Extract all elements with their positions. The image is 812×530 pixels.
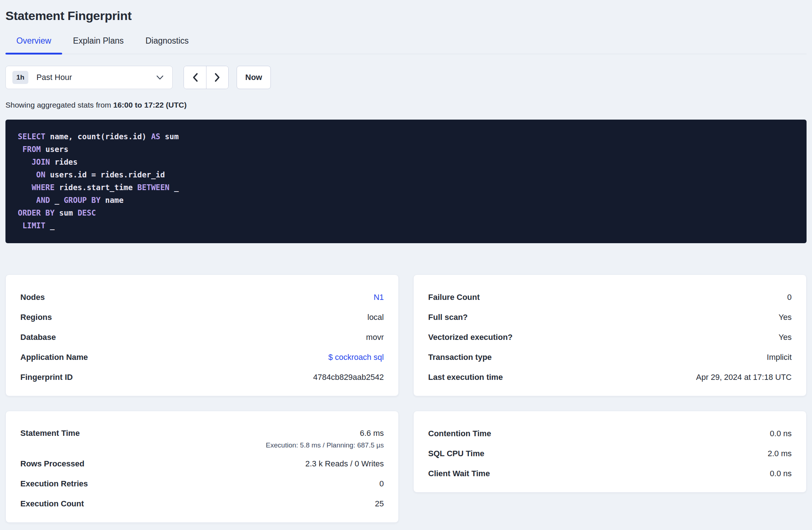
row-value-wrap: Apr 29, 2024 at 17:18 UTC: [696, 372, 792, 383]
sql-line: AND _ GROUP BY name: [18, 194, 794, 207]
tab-bar: OverviewExplain PlansDiagnostics: [5, 36, 807, 54]
page-title: Statement Fingerprint: [5, 9, 807, 23]
sql-line: FROM users: [18, 143, 794, 156]
row-value-wrap: 2.0 ms: [768, 448, 792, 459]
row-label: Contention Time: [428, 428, 491, 439]
row-value-wrap: $ cockroach sql: [328, 352, 384, 363]
chevron-down-icon: [156, 75, 164, 80]
sql-line: ORDER BY sum DESC: [18, 207, 794, 220]
row-value: 0: [787, 292, 792, 303]
card-row: Statement Time6.6 msExecution: 5.8 ms / …: [20, 423, 384, 454]
statement-details-card: NodesN1RegionslocalDatabasemovrApplicati…: [5, 274, 399, 396]
row-value-link[interactable]: N1: [374, 292, 384, 303]
row-label: Transaction type: [428, 352, 492, 363]
row-value: 4784cb829aab2542: [313, 372, 384, 383]
now-button[interactable]: Now: [237, 66, 271, 89]
row-value: Yes: [779, 312, 792, 323]
row-label: Client Wait Time: [428, 468, 490, 479]
stats-summary-prefix: Showing aggregated stats from: [5, 101, 111, 109]
card-row: Regionslocal: [20, 307, 384, 327]
sql-line: SELECT name, count(rides.id) AS sum: [18, 131, 794, 143]
chevron-right-icon: [214, 73, 220, 82]
card-row: Client Wait Time0.0 ns: [428, 463, 792, 483]
row-value: 0: [379, 478, 384, 489]
execution-attributes-card: Failure Count0Full scan?YesVectorized ex…: [413, 274, 807, 396]
row-value: 0.0 ns: [770, 468, 792, 479]
tab-diagnostics[interactable]: Diagnostics: [134, 36, 200, 54]
timing-cards-row: Statement Time6.6 msExecution: 5.8 ms / …: [5, 411, 807, 523]
tab-overview[interactable]: Overview: [5, 36, 62, 54]
row-label: Vectorized execution?: [428, 332, 512, 343]
row-label: Failure Count: [428, 292, 480, 303]
row-subvalue: Execution: 5.8 ms / Planning: 687.5 µs: [266, 441, 384, 450]
card-row: NodesN1: [20, 287, 384, 307]
sql-line: JOIN rides: [18, 156, 794, 169]
row-value-wrap: Yes: [779, 312, 792, 323]
row-label: Application Name: [20, 352, 88, 363]
card-row: Application Name$ cockroach sql: [20, 347, 384, 367]
row-value: 2.3 k Reads / 0 Writes: [305, 458, 384, 469]
row-value-wrap: 4784cb829aab2542: [313, 372, 384, 383]
row-label: Full scan?: [428, 312, 468, 323]
row-value: 2.0 ms: [768, 448, 792, 459]
card-row: Databasemovr: [20, 327, 384, 347]
row-value: Implicit: [767, 352, 792, 363]
row-label: Database: [20, 332, 56, 343]
time-controls: 1h Past Hour Now: [5, 66, 807, 89]
stats-summary-range: 16:00 to 17:22 (UTC): [113, 101, 187, 109]
row-value: Apr 29, 2024 at 17:18 UTC: [696, 372, 792, 383]
row-value-wrap: N1: [374, 292, 384, 303]
row-value-wrap: movr: [366, 332, 384, 343]
row-label: Regions: [20, 312, 52, 323]
card-row: SQL CPU Time2.0 ms: [428, 443, 792, 463]
row-value-wrap: local: [367, 312, 384, 323]
card-row: Last execution timeApr 29, 2024 at 17:18…: [428, 367, 792, 387]
row-value: movr: [366, 332, 384, 343]
sql-line: ON users.id = rides.rider_id: [18, 169, 794, 181]
row-label: Statement Time: [20, 428, 80, 439]
time-range-label: Past Hour: [36, 73, 72, 82]
row-value-wrap: Yes: [779, 332, 792, 343]
row-value-wrap: 0: [379, 478, 384, 489]
sql-line: WHERE rides.start_time BETWEEN _: [18, 181, 794, 194]
row-label: Execution Count: [20, 498, 84, 509]
wait-timing-card: Contention Time0.0 nsSQL CPU Time2.0 msC…: [413, 411, 807, 493]
row-value-wrap: Implicit: [767, 352, 792, 363]
row-value-wrap: 2.3 k Reads / 0 Writes: [305, 458, 384, 469]
row-value: 0.0 ns: [770, 428, 792, 439]
row-value: 6.6 ms: [266, 428, 384, 439]
card-row: Rows Processed2.3 k Reads / 0 Writes: [20, 454, 384, 474]
row-label: Fingerprint ID: [20, 372, 73, 383]
row-value: Yes: [779, 332, 792, 343]
card-row: Vectorized execution?Yes: [428, 327, 792, 347]
card-row: Contention Time0.0 ns: [428, 423, 792, 443]
tab-explain-plans[interactable]: Explain Plans: [62, 36, 134, 54]
card-row: Execution Retries0: [20, 474, 384, 494]
time-nav-group: [184, 66, 229, 89]
row-value: 25: [375, 498, 384, 509]
row-value-link[interactable]: $ cockroach sql: [328, 352, 384, 363]
previous-time-button[interactable]: [184, 66, 206, 89]
row-value-wrap: 0.0 ns: [770, 468, 792, 479]
sql-line: LIMIT _: [18, 220, 794, 232]
aggregated-stats-summary: Showing aggregated stats from 16:00 to 1…: [5, 101, 807, 109]
sql-statement-box: SELECT name, count(rides.id) AS sum FROM…: [5, 120, 807, 243]
card-row: Failure Count0: [428, 287, 792, 307]
card-row: Transaction typeImplicit: [428, 347, 792, 367]
row-label: Last execution time: [428, 372, 503, 383]
statement-timing-card: Statement Time6.6 msExecution: 5.8 ms / …: [5, 411, 399, 523]
interval-badge: 1h: [12, 71, 28, 84]
row-label: SQL CPU Time: [428, 448, 484, 459]
row-label: Execution Retries: [20, 478, 88, 489]
row-value: local: [367, 312, 384, 323]
row-value-wrap: 0.0 ns: [770, 428, 792, 439]
row-label: Rows Processed: [20, 458, 84, 469]
card-row: Full scan?Yes: [428, 307, 792, 327]
row-value-wrap: 6.6 msExecution: 5.8 ms / Planning: 687.…: [266, 428, 384, 450]
row-value-wrap: 0: [787, 292, 792, 303]
next-time-button[interactable]: [206, 66, 228, 89]
chevron-left-icon: [192, 73, 198, 82]
details-cards-row: NodesN1RegionslocalDatabasemovrApplicati…: [5, 274, 807, 396]
statement-fingerprint-page: Statement Fingerprint OverviewExplain Pl…: [0, 9, 812, 523]
time-range-dropdown[interactable]: 1h Past Hour: [5, 66, 173, 89]
